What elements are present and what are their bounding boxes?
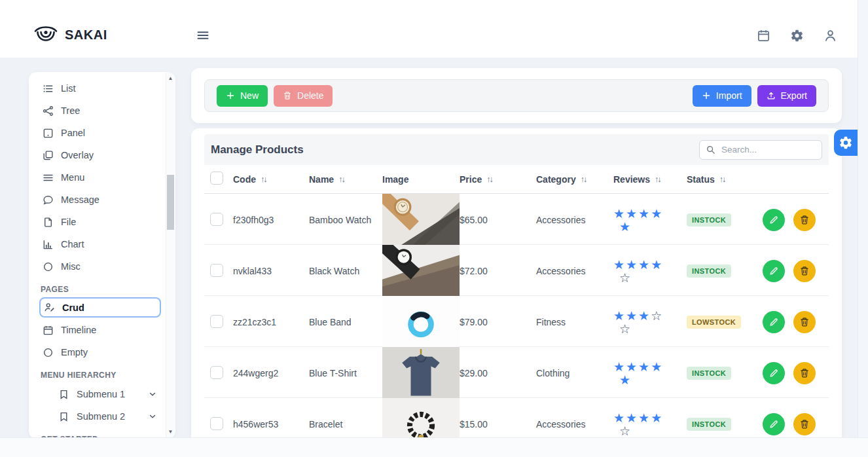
row-checkbox[interactable] bbox=[210, 264, 223, 277]
sidebar-item-label: Timeline bbox=[61, 325, 157, 335]
circle-icon bbox=[43, 261, 54, 272]
star-filled-icon: ★ bbox=[638, 208, 649, 220]
cell-code: zz21cz3c1 bbox=[233, 317, 309, 327]
cell-category: Clothing bbox=[536, 368, 613, 378]
product-image-blue-t-shirt bbox=[382, 347, 460, 400]
cell-code: h456wer53 bbox=[233, 419, 309, 430]
star-filled-icon: ★ bbox=[626, 310, 637, 322]
pencil-icon bbox=[769, 215, 779, 225]
star-filled-icon: ★ bbox=[619, 374, 630, 386]
star-filled-icon: ★ bbox=[638, 361, 649, 373]
status-badge: LOWSTOCK bbox=[687, 316, 741, 329]
select-all-checkbox[interactable] bbox=[210, 172, 223, 185]
new-button[interactable]: New bbox=[217, 85, 268, 107]
config-button[interactable] bbox=[834, 130, 858, 156]
calendar-button[interactable] bbox=[757, 27, 772, 43]
edit-row-button[interactable] bbox=[763, 260, 785, 282]
vertical-scrollbar[interactable] bbox=[858, 0, 868, 439]
row-checkbox[interactable] bbox=[210, 315, 223, 328]
cell-price: $79.00 bbox=[460, 317, 536, 327]
delete-row-button[interactable] bbox=[793, 362, 816, 384]
toolbar: New Delete Import Export bbox=[204, 79, 829, 112]
column-header-category[interactable]: Category ↑↓ bbox=[536, 174, 613, 185]
row-checkbox[interactable] bbox=[210, 213, 223, 226]
delete-row-button[interactable] bbox=[793, 209, 816, 231]
column-label: Category bbox=[536, 174, 576, 185]
sidebar-item-file[interactable]: File bbox=[39, 211, 161, 233]
delete-row-button[interactable] bbox=[793, 260, 816, 282]
table-row: f230fh0g3 Bamboo Watch $65.00 Accessorie… bbox=[204, 194, 829, 245]
edit-row-button[interactable] bbox=[763, 413, 785, 435]
sidebar-item-menu[interactable]: Menu bbox=[39, 166, 161, 189]
search-icon bbox=[706, 145, 715, 155]
delete-row-button[interactable] bbox=[793, 413, 816, 435]
cell-category: Accessories bbox=[536, 266, 613, 276]
sidebar-item-overlay[interactable]: Overlay bbox=[39, 144, 161, 166]
sidebar-item-submenu-1[interactable]: Submenu 1 bbox=[39, 383, 161, 405]
sidebar-item-submenu-2[interactable]: Submenu 2 bbox=[39, 405, 161, 428]
sidebar-item-label: Misc bbox=[61, 261, 157, 272]
sort-icon: ↑↓ bbox=[719, 175, 725, 184]
status-badge: INSTOCK bbox=[687, 213, 731, 227]
column-label: Name bbox=[309, 174, 334, 185]
file-icon bbox=[43, 217, 54, 228]
sidebar-item-empty[interactable]: Empty bbox=[39, 341, 161, 363]
edit-row-button[interactable] bbox=[763, 362, 785, 384]
menu-toggle-button[interactable] bbox=[195, 27, 213, 43]
column-header-reviews[interactable]: Reviews ↑↓ bbox=[613, 174, 687, 185]
sidebar-item-crud[interactable]: Crud bbox=[39, 297, 161, 318]
column-header-name[interactable]: Name ↑↓ bbox=[309, 174, 382, 185]
search-input[interactable] bbox=[699, 140, 822, 160]
export-button[interactable]: Export bbox=[757, 85, 816, 107]
cell-price: $72.00 bbox=[460, 266, 536, 276]
sidebar-item-chart[interactable]: Chart bbox=[39, 233, 161, 255]
chart-icon bbox=[43, 239, 54, 250]
toolbar-right-group: Import Export bbox=[693, 85, 816, 107]
delete-row-button[interactable] bbox=[793, 311, 816, 333]
row-checkbox[interactable] bbox=[210, 417, 223, 430]
sidebar-item-panel[interactable]: Panel bbox=[39, 122, 161, 144]
import-button[interactable]: Import bbox=[693, 85, 751, 107]
column-header-price[interactable]: Price ↑↓ bbox=[460, 174, 536, 185]
column-label: Price bbox=[460, 174, 482, 185]
cell-name: Blue Band bbox=[309, 317, 382, 327]
star-filled-icon: ★ bbox=[613, 208, 624, 220]
sakai-logo-icon bbox=[34, 24, 58, 46]
star-filled-icon: ★ bbox=[651, 412, 662, 424]
topbar-actions bbox=[757, 27, 839, 43]
cell-category: Accessories bbox=[536, 215, 613, 225]
cell-price: $15.00 bbox=[460, 419, 536, 430]
star-filled-icon: ★ bbox=[638, 310, 649, 322]
cell-code: nvklal433 bbox=[233, 266, 309, 276]
settings-button[interactable] bbox=[790, 27, 806, 43]
horizontal-scrollbar[interactable] bbox=[0, 437, 868, 457]
sidebar-item-misc[interactable]: Misc bbox=[39, 255, 161, 278]
product-image-black-watch bbox=[382, 245, 460, 298]
sidebar-item-tree[interactable]: Tree bbox=[39, 100, 161, 122]
scroll-down-arrow-icon[interactable]: ▼ bbox=[166, 428, 175, 437]
scroll-up-arrow-icon[interactable]: ▲ bbox=[166, 74, 175, 83]
profile-button[interactable] bbox=[823, 27, 839, 43]
sidebar-item-label: Submenu 2 bbox=[77, 411, 141, 422]
edit-row-button[interactable] bbox=[763, 311, 785, 333]
star-filled-icon: ★ bbox=[651, 259, 662, 271]
sidebar-item-timeline[interactable]: Timeline bbox=[39, 319, 161, 341]
sidebar-item-list[interactable]: List bbox=[39, 77, 161, 100]
sidebar-item-label: Crud bbox=[62, 302, 156, 313]
sort-icon: ↑↓ bbox=[581, 175, 587, 184]
sidebar-item-label: Overlay bbox=[61, 150, 157, 160]
sidebar-scrollbar-thumb[interactable] bbox=[167, 175, 174, 230]
star-filled-icon: ★ bbox=[626, 361, 637, 373]
sidebar-item-message[interactable]: Message bbox=[39, 189, 161, 211]
upload-icon bbox=[767, 91, 776, 100]
star-filled-icon: ★ bbox=[626, 208, 637, 220]
column-header-status[interactable]: Status ↑↓ bbox=[687, 174, 763, 185]
star-filled-icon: ★ bbox=[626, 259, 637, 271]
edit-row-button[interactable] bbox=[763, 209, 785, 231]
column-header-code[interactable]: Code ↑↓ bbox=[233, 174, 309, 185]
row-checkbox[interactable] bbox=[210, 366, 223, 379]
delete-button[interactable]: Delete bbox=[274, 85, 333, 107]
product-image-blue-band bbox=[382, 296, 460, 349]
sidebar-item-label: Tree bbox=[61, 105, 157, 116]
column-label: Image bbox=[382, 174, 408, 185]
